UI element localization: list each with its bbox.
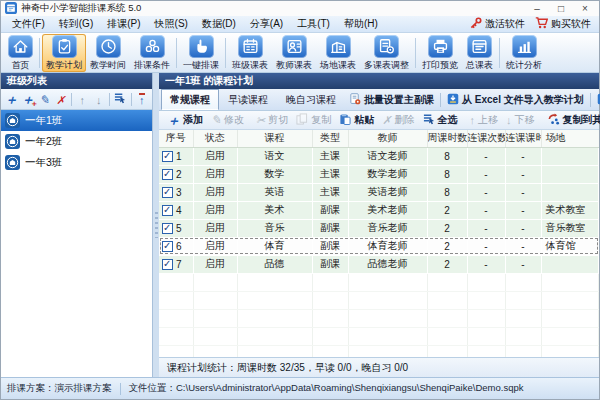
menu-file[interactable]: 文件(F): [5, 17, 52, 31]
toolbar-one-click-schedule[interactable]: 一键排课: [179, 34, 223, 72]
add-multiple-classes-button[interactable]: ＋＋: [20, 91, 37, 108]
toolbar-teaching-plan[interactable]: 教学计划: [42, 34, 86, 72]
status-plan: 排课方案：演示排课方案: [7, 382, 112, 395]
row-seq: 6: [176, 241, 182, 252]
venue-schedule-icon: [326, 35, 351, 58]
menu-snapshot[interactable]: 快照(S): [148, 17, 195, 31]
cell-consecutive-hours: -: [505, 147, 541, 165]
row-checkbox[interactable]: [162, 205, 173, 216]
divider: [71, 93, 72, 106]
row-checkbox[interactable]: [162, 223, 173, 234]
tab-evening-self-study[interactable]: 晚自习课程: [277, 89, 345, 110]
cell-status: 启用: [193, 183, 237, 201]
excel-export-button[interactable]: 导出教学计划到 Excel 文件: [593, 93, 600, 107]
add-icon: ＋: [167, 114, 180, 127]
add-class-button[interactable]: ＋: [3, 91, 20, 108]
minimize-button[interactable]: –: [525, 2, 549, 16]
copy-to-other-class-button[interactable]: 复制到其它班级: [543, 113, 600, 127]
toolbar-class-schedule[interactable]: 班级课表: [228, 34, 272, 72]
cell-weekly-hours: 2: [427, 255, 467, 273]
column-header[interactable]: 类型: [312, 130, 348, 147]
table-row[interactable]: 2 启用 数学 主课 数学老师 8 - -: [159, 165, 599, 183]
move-class-down-button[interactable]: ↓: [91, 91, 108, 108]
row-checkbox[interactable]: [162, 241, 173, 252]
add-icon: ＋: [5, 90, 18, 108]
menu-data[interactable]: 数据(D): [195, 17, 243, 31]
maximize-button[interactable]: □: [549, 2, 573, 16]
toolbar-home[interactable]: 首页: [4, 34, 37, 72]
cell-venue: 体育馆: [541, 237, 599, 255]
delete-button[interactable]: ✗ 删除: [378, 113, 418, 127]
menu-goto[interactable]: 转到(G): [52, 17, 100, 31]
edit-icon: ✎: [39, 90, 49, 108]
cell-consecutive-hours: -: [505, 165, 541, 183]
buy-software-link[interactable]: 购买软件: [535, 17, 591, 31]
menu-schedule[interactable]: 排课(P): [100, 17, 147, 31]
toolbar-print-preview[interactable]: 打印预览: [418, 34, 462, 72]
toolbar-teacher-schedule[interactable]: 教师课表: [272, 34, 316, 72]
move-down-button[interactable]: ↓ 下移: [502, 113, 539, 127]
cell-status: 启用: [193, 201, 237, 219]
select-all-button[interactable]: 全选: [419, 113, 462, 127]
edit-class-button[interactable]: ✎: [36, 91, 53, 108]
row-checkbox[interactable]: [162, 151, 173, 162]
column-header[interactable]: 教师: [348, 130, 427, 147]
cell-course: 体育: [237, 237, 312, 255]
move-up-button[interactable]: ↑ 上移: [466, 113, 503, 127]
select-classes-button[interactable]: [112, 91, 129, 108]
class-icon: [5, 134, 20, 149]
column-header[interactable]: 序号: [159, 130, 193, 147]
cell-course: 语文: [237, 147, 312, 165]
toolbar-conditions[interactable]: 排课条件: [130, 34, 174, 72]
toolbar-master-schedule[interactable]: 总课表: [462, 34, 497, 72]
column-header[interactable]: 连课课时: [505, 130, 541, 147]
row-checkbox[interactable]: [162, 169, 173, 180]
row-checkbox[interactable]: [162, 259, 173, 270]
cut-button[interactable]: ✂ 剪切: [252, 113, 292, 127]
toolbar-venue-schedule[interactable]: 场地课表: [316, 34, 360, 72]
column-header[interactable]: 状态: [193, 130, 237, 147]
table-row[interactable]: 5 启用 音乐 副课 音乐老师 2 - - 音乐教室: [159, 219, 599, 237]
column-header[interactable]: 场地: [541, 130, 599, 147]
class-item-1-1[interactable]: 一年1班: [1, 110, 152, 131]
move-class-top-button[interactable]: ↑: [134, 91, 151, 108]
cell-weekly-hours: 2: [427, 219, 467, 237]
table-row[interactable]: 4 启用 美术 副课 美术老师 2 - - 美术教室: [159, 201, 599, 219]
select-icon: [114, 90, 126, 108]
toolbar-teaching-time[interactable]: 教学时间: [86, 34, 130, 72]
move-class-up-button[interactable]: ↑: [74, 91, 91, 108]
menu-help[interactable]: 帮助(H): [337, 17, 385, 31]
move-down-icon: ↓: [506, 115, 512, 126]
table-row[interactable]: 6 启用 体育 副课 体育老师 2 - - 体育馆: [159, 237, 599, 255]
batch-set-course-type-button[interactable]: 批量设置主副课: [345, 93, 438, 107]
row-checkbox[interactable]: [162, 187, 173, 198]
table-row[interactable]: 3 启用 英语 主课 英语老师 8 - -: [159, 183, 599, 201]
cell-venue: 美术教室: [541, 201, 599, 219]
cart-icon: [535, 17, 548, 31]
toolbar-multi-schedule-adjust[interactable]: 多课表调整: [360, 34, 413, 72]
move-up-icon: ↑: [80, 90, 86, 108]
tab-morning-reading[interactable]: 早读课程: [219, 89, 277, 110]
column-header[interactable]: 课程: [237, 130, 312, 147]
paste-button[interactable]: 粘贴: [335, 113, 378, 127]
table-row[interactable]: 7 启用 品德 副课 品德老师 2 - -: [159, 255, 599, 273]
excel-import-button[interactable]: 从 Excel 文件导入教学计划: [443, 93, 588, 107]
class-item-1-2[interactable]: 一年2班: [1, 131, 152, 152]
tab-regular-courses[interactable]: 常规课程: [161, 89, 219, 110]
copy-button[interactable]: 复制: [292, 113, 335, 127]
delete-class-button[interactable]: ✗: [53, 91, 70, 108]
column-header[interactable]: 连课次数: [467, 130, 505, 147]
modify-course-button[interactable]: ✎ 修改: [207, 113, 248, 127]
activate-software-link[interactable]: 激活软件: [470, 17, 525, 31]
table-row[interactable]: 1 启用 语文 主课 语文老师 8 - -: [159, 147, 599, 165]
column-header[interactable]: 周课时数: [427, 130, 467, 147]
menu-tools[interactable]: 工具(T): [290, 17, 337, 31]
conditions-icon: [140, 35, 165, 58]
add-course-button[interactable]: ＋ 添加: [163, 113, 207, 127]
cell-course: 数学: [237, 165, 312, 183]
toolbar-statistics[interactable]: 统计分析: [502, 34, 546, 72]
cell-type: 主课: [312, 165, 348, 183]
close-button[interactable]: ×: [573, 2, 597, 16]
class-item-1-3[interactable]: 一年3班: [1, 152, 152, 173]
menu-share[interactable]: 分享(A): [243, 17, 290, 31]
